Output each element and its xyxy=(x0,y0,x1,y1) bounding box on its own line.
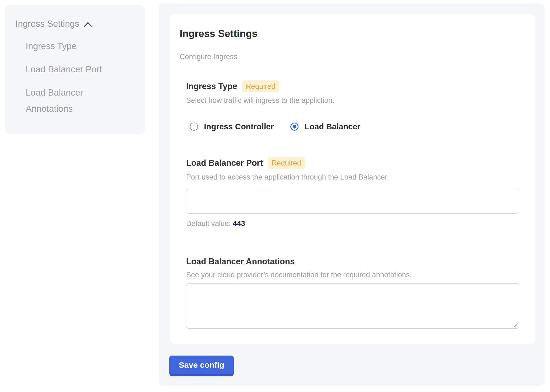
section-title-ingress-type: Ingress Type xyxy=(186,81,237,91)
load-balancer-port-input[interactable] xyxy=(186,189,519,214)
sidebar-item-ingress-type[interactable]: Ingress Type xyxy=(26,38,118,54)
radio-option-ingress-controller[interactable]: Ingress Controller xyxy=(190,122,274,131)
default-value-label: Default value: xyxy=(186,219,231,228)
sidebar-group-label: Ingress Settings xyxy=(15,18,79,29)
ingress-settings-card: Ingress Settings Configure Ingress Ingre… xyxy=(170,14,535,344)
default-value-line: Default value:443 xyxy=(186,219,519,228)
page-subtitle: Configure Ingress xyxy=(180,53,519,61)
radio-label: Ingress Controller xyxy=(204,122,274,131)
radio-option-load-balancer[interactable]: Load Balancer xyxy=(290,122,360,131)
section-description-load-balancer-annotations: See your cloud provider’s documentation … xyxy=(186,271,519,279)
section-description-load-balancer-port: Port used to access the application thro… xyxy=(186,173,519,181)
section-title-load-balancer-annotations: Load Balancer Annotations xyxy=(186,256,295,266)
settings-sidebar: Ingress Settings Ingress Type Load Balan… xyxy=(5,5,145,134)
sidebar-item-load-balancer-port[interactable]: Load Balancer Port xyxy=(26,61,118,77)
ingress-type-radio-group: Ingress Controller Load Balancer xyxy=(186,122,519,131)
required-badge: Required xyxy=(242,80,279,92)
annotations-textarea-wrap xyxy=(186,283,519,329)
sidebar-item-load-balancer-annotations[interactable]: Load Balancer Annotations xyxy=(26,85,118,117)
section-ingress-type-header: Ingress Type Required xyxy=(186,80,519,92)
section-load-balancer-annotations-header: Load Balancer Annotations xyxy=(186,256,519,266)
default-value-number: 443 xyxy=(233,219,245,228)
section-description-ingress-type: Select how traffic will ingress to the a… xyxy=(186,96,519,105)
section-title-load-balancer-port: Load Balancer Port xyxy=(186,158,263,168)
chevron-up-icon xyxy=(84,22,92,27)
required-badge: Required xyxy=(268,157,305,169)
section-load-balancer-port-header: Load Balancer Port Required xyxy=(186,157,519,169)
radio-label: Load Balancer xyxy=(304,122,360,131)
main-panel: Ingress Settings Configure Ingress Ingre… xyxy=(159,4,545,386)
sidebar-group-ingress-settings[interactable]: Ingress Settings xyxy=(15,18,138,29)
save-config-button[interactable]: Save config xyxy=(169,356,234,376)
load-balancer-annotations-textarea[interactable] xyxy=(186,283,519,329)
radio-selected-icon xyxy=(290,123,299,131)
radio-unselected-icon xyxy=(190,123,198,131)
page-title: Ingress Settings xyxy=(180,28,519,40)
